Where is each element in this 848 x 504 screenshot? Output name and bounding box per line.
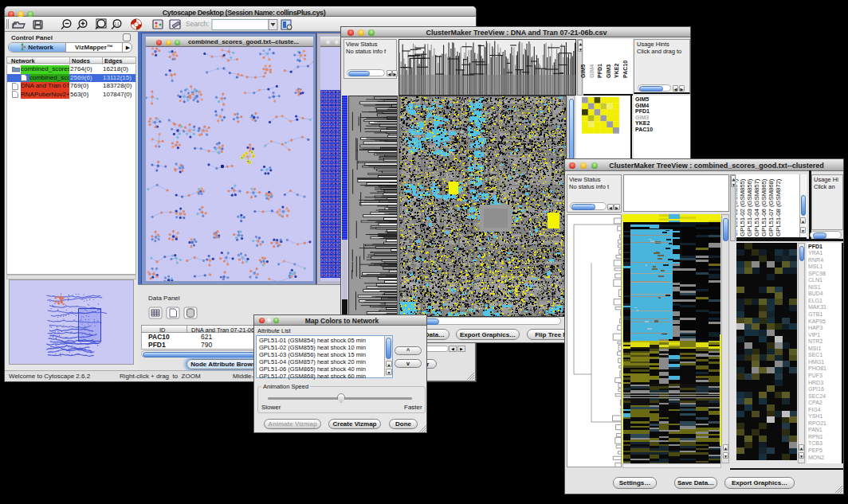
- svg-text:Search:: Search:: [186, 20, 209, 28]
- svg-text:1:1: 1:1: [114, 22, 120, 26]
